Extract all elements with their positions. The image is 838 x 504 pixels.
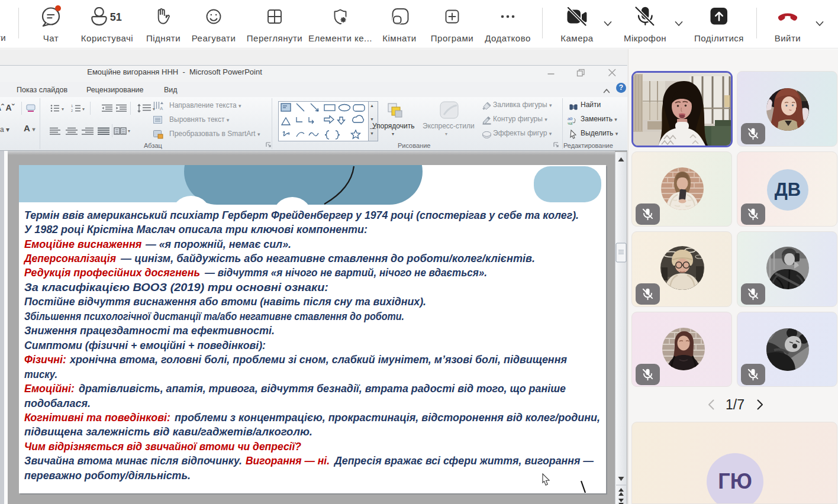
svg-text:A: A bbox=[160, 106, 163, 111]
svg-text:— відчуття «я нічого не варти: — відчуття «я нічого не вартий, нічого н… bbox=[204, 266, 487, 279]
svg-text:— цинізм, байдужість або нега: — цинізм, байдужість або негативне ставл… bbox=[120, 252, 535, 264]
svg-text:тиску.: тиску. bbox=[24, 368, 57, 380]
svg-text:Емоційне виснаження: Емоційне виснаження bbox=[24, 238, 142, 250]
svg-text:переважно роботу/діяльність.: переважно роботу/діяльність. bbox=[24, 469, 191, 482]
svg-text:Симптоми (фізичні + емоційні +: Симптоми (фізичні + емоційні + поведінко… bbox=[24, 339, 266, 351]
svg-text:Емоційні:: Емоційні: bbox=[24, 382, 75, 395]
svg-text:дратівливість, апатія, тривог: дратівливість, апатія, тривога, відчуття… bbox=[79, 382, 566, 395]
svg-text:подобалася.: подобалася. bbox=[24, 397, 91, 409]
svg-text:Редукція професійних досягнень: Редукція професійних досягнень bbox=[24, 266, 200, 279]
svg-text:За класифікацією ВООЗ (2019) т: За класифікацією ВООЗ (2019) три основні… bbox=[24, 281, 328, 293]
svg-text:1: 1 bbox=[71, 104, 73, 108]
svg-text:Постійне відчуття виснаження а: Постійне відчуття виснаження або втоми (… bbox=[24, 295, 426, 308]
svg-text:Депресія вражає всі сфери жит: Депресія вражає всі сфери життя, вигоран… bbox=[333, 454, 594, 467]
svg-text:51: 51 bbox=[110, 11, 122, 23]
svg-text:Зниження працездатності та ефе: Зниження працездатності та ефективності. bbox=[24, 324, 275, 337]
svg-text:2: 2 bbox=[71, 109, 73, 112]
svg-text:Чим відрізняється від звичайн: Чим відрізняється від звичайної втоми чи… bbox=[24, 440, 301, 453]
svg-text:Вигорання — ні.: Вигорання — ні. bbox=[246, 454, 330, 467]
svg-text:— «я порожній, немає сил».: — «я порожній, немає сил». bbox=[145, 238, 291, 250]
svg-text:ча: ча bbox=[568, 121, 572, 125]
svg-text:Термін ввів американський псих: Термін ввів американський психіатр Гербе… bbox=[24, 209, 579, 221]
svg-text:Звичайна втома минає після ві: Звичайна втома минає після відпочинку. bbox=[24, 454, 242, 467]
svg-text:Деперсоналізація: Деперсоналізація bbox=[23, 252, 116, 264]
svg-text:підвищена залежність від кави: підвищена залежність від кави/гаджетів/а… bbox=[24, 425, 312, 438]
svg-text:У 1982 році Крістіна Маслач оп: У 1982 році Крістіна Маслач описала три … bbox=[24, 223, 368, 235]
svg-text:Збільшення психологічної диста: Збільшення психологічної дистанції та/аб… bbox=[24, 310, 404, 322]
svg-text:Когнітивні та поведінкові:: Когнітивні та поведінкові: bbox=[24, 411, 170, 424]
svg-text:Фізичні:: Фізичні: bbox=[24, 353, 66, 366]
svg-text:проблеми з концентрацією, прок: проблеми з концентрацією, прокрастинація… bbox=[175, 411, 600, 424]
svg-text:хронічна втома, головні болі,: хронічна втома, головні болі, проблеми з… bbox=[69, 353, 567, 366]
